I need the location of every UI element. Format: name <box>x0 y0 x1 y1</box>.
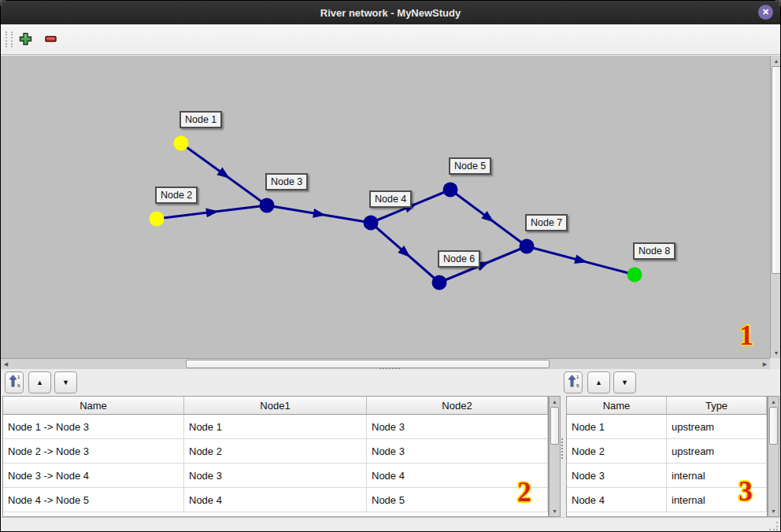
svg-text:1: 1 <box>17 375 20 379</box>
titlebar[interactable]: River network - MyNewStudy ✕ <box>1 1 780 24</box>
reaches-table-scrollbar[interactable]: ▲ ▼ <box>549 396 561 517</box>
node-label-node-3: Node 3 <box>265 173 308 190</box>
node-node-5[interactable] <box>443 183 458 198</box>
node-node-4[interactable] <box>364 216 379 231</box>
column-header-node2[interactable]: Node2 <box>367 397 548 414</box>
nodes-table-body: Node 1upstreamNode 2upstreamNode 3intern… <box>567 415 767 517</box>
table-cell[interactable]: upstream <box>667 415 767 438</box>
canvas-vscroll-thumb[interactable] <box>772 66 781 274</box>
remove-icon <box>44 32 57 49</box>
add-button[interactable] <box>17 31 34 49</box>
table-row[interactable]: Node 4internal <box>567 488 767 512</box>
node-label-node-5: Node 5 <box>449 157 491 175</box>
table-cell[interactable]: Node 2 -> Node 3 <box>3 439 184 463</box>
table-cell[interactable]: Node 3 <box>367 439 548 463</box>
table-row[interactable]: Node 1upstream <box>567 415 767 439</box>
table-row[interactable]: Node 2 -> Node 3Node 2Node 3 <box>3 439 548 464</box>
river-network-window: River network - MyNewStudy ✕ <box>0 0 781 532</box>
reaches-table: NameNode1Node2 Node 1 -> Node 3Node 1Nod… <box>2 396 549 517</box>
scroll-left-icon[interactable]: ◀ <box>1 359 11 369</box>
close-icon: ✕ <box>762 7 769 17</box>
status-bar <box>1 517 781 532</box>
table-row[interactable]: Node 3 -> Node 4Node 3Node 4 <box>3 464 548 488</box>
down-arrow-icon: ▼ <box>621 379 628 386</box>
up-arrow-icon: ▲ <box>36 379 43 386</box>
scroll-down-icon[interactable]: ▼ <box>768 506 779 516</box>
node-label-node-1: Node 1 <box>180 111 222 128</box>
sort-ascending-icon: 1 9 <box>9 375 20 391</box>
column-header-name[interactable]: Name <box>567 397 667 414</box>
remove-button[interactable] <box>42 31 59 49</box>
node-node-1[interactable] <box>174 136 189 151</box>
table-cell[interactable]: Node 1 <box>567 415 667 438</box>
reaches-scroll-thumb[interactable] <box>550 407 559 445</box>
nodes-table-header: NameType <box>567 397 767 415</box>
nodes-table-scrollbar[interactable]: ▲ ▼ <box>768 396 779 517</box>
table-cell[interactable]: Node 3 <box>367 415 548 438</box>
table-cell[interactable]: Node 3 <box>184 464 367 487</box>
node-label-node-7: Node 7 <box>525 214 568 231</box>
toolbar-grip-handle[interactable] <box>6 31 13 47</box>
table-row[interactable]: Node 4 -> Node 5Node 4Node 5 <box>3 488 548 512</box>
column-header-node1[interactable]: Node1 <box>184 397 367 414</box>
sort-ascending-icon: 1 9 <box>568 375 579 391</box>
svg-text:1: 1 <box>576 375 579 379</box>
table-row[interactable]: Node 2upstream <box>567 439 767 464</box>
column-header-name[interactable]: Name <box>3 397 184 414</box>
nodes-move-up-button[interactable]: ▲ <box>587 371 610 393</box>
node-node-2[interactable] <box>150 212 165 227</box>
annotation-3: 3 <box>738 478 753 505</box>
close-button[interactable]: ✕ <box>758 5 773 20</box>
node-node-6[interactable] <box>432 275 447 290</box>
toolbar <box>1 24 780 55</box>
canvas-vertical-scrollbar[interactable]: ▲ ▼ <box>770 56 781 358</box>
canvas-hscroll-thumb[interactable] <box>186 360 550 368</box>
node-label-node-4: Node 4 <box>369 190 412 208</box>
window-title: River network - MyNewStudy <box>320 7 461 19</box>
node-node-8[interactable] <box>627 268 642 283</box>
svg-text:9: 9 <box>576 383 579 388</box>
node-node-7[interactable] <box>520 239 535 254</box>
nodes-move-down-button[interactable]: ▼ <box>613 371 636 393</box>
resize-grip[interactable] <box>769 522 778 530</box>
table-row[interactable]: Node 1 -> Node 3Node 1Node 3 <box>3 415 548 439</box>
scrollbar-corner <box>770 358 781 369</box>
edge-arrowhead-icon <box>217 168 230 179</box>
vertical-splitter-handle[interactable] <box>561 438 563 459</box>
nodes-sort-button[interactable]: 1 9 <box>564 371 583 393</box>
reaches-sort-button[interactable]: 1 9 <box>5 371 24 393</box>
table-cell[interactable]: Node 3 -> Node 4 <box>3 464 184 487</box>
table-cell[interactable]: Node 3 <box>567 464 667 487</box>
bottom-panel: 1 9 ▲ ▼ 1 9 ▲ ▼ <box>1 369 781 517</box>
scroll-up-icon[interactable]: ▲ <box>768 397 779 407</box>
table-cell[interactable]: Node 1 -> Node 3 <box>3 415 184 438</box>
nodes-scroll-thumb[interactable] <box>769 407 778 445</box>
edge-arrowhead-icon <box>313 209 326 218</box>
table-cell[interactable]: upstream <box>667 439 767 463</box>
network-canvas[interactable]: Node 1Node 2Node 3Node 4Node 5Node 6Node… <box>1 56 770 358</box>
up-arrow-icon: ▲ <box>595 379 602 386</box>
node-node-3[interactable] <box>260 198 275 213</box>
column-header-type[interactable]: Type <box>667 397 767 414</box>
reaches-move-up-button[interactable]: ▲ <box>28 371 51 393</box>
table-cell[interactable]: Node 2 <box>184 439 367 463</box>
edge-arrowhead-icon <box>574 254 587 264</box>
table-cell[interactable]: Node 2 <box>567 439 667 463</box>
table-row[interactable]: Node 3internal <box>567 464 767 488</box>
scroll-up-icon[interactable]: ▲ <box>771 56 781 66</box>
scroll-down-icon[interactable]: ▼ <box>771 348 781 358</box>
reaches-table-header: NameNode1Node2 <box>3 397 548 415</box>
scroll-down-icon[interactable]: ▼ <box>550 506 560 516</box>
node-label-node-6: Node 6 <box>438 250 480 268</box>
table-cell[interactable]: Node 4 <box>567 488 667 512</box>
reaches-table-body: Node 1 -> Node 3Node 1Node 3Node 2 -> No… <box>3 415 548 517</box>
scroll-up-icon[interactable]: ▲ <box>550 397 560 407</box>
table-cell[interactable]: Node 4 -> Node 5 <box>3 488 184 512</box>
table-cell[interactable]: Node 1 <box>184 415 367 438</box>
scroll-right-icon[interactable]: ▶ <box>760 359 770 369</box>
node-label-node-8: Node 8 <box>633 242 676 260</box>
annotation-2: 2 <box>517 478 531 506</box>
table-cell[interactable]: Node 4 <box>184 488 367 512</box>
edge-arrowhead-icon <box>205 208 219 217</box>
reaches-move-down-button[interactable]: ▼ <box>54 371 77 393</box>
